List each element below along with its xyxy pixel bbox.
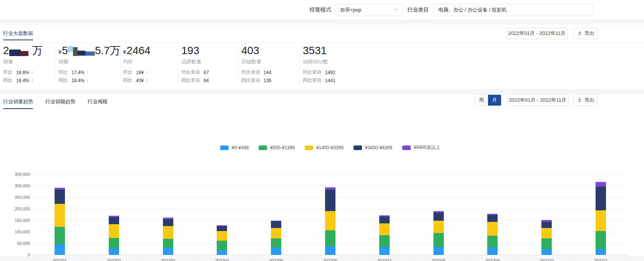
bar-segment xyxy=(325,230,335,246)
bar-segment xyxy=(433,247,444,255)
stat-value-text: ¥ xyxy=(58,48,61,56)
compare-key: 同比变动 xyxy=(303,77,321,84)
period-toggle: 周 月 xyxy=(475,94,501,106)
overview-export-label: 导出 xyxy=(584,30,594,37)
up-arrow-icon: ↑ xyxy=(86,78,89,83)
compare-key: 环比变动 xyxy=(181,69,200,76)
compare-value: 144 xyxy=(264,70,271,75)
stat-label: 均价 xyxy=(123,58,151,65)
compare-key: 同比变动 xyxy=(241,77,260,84)
download-icon xyxy=(577,30,582,36)
y-axis-tick-label: 0 xyxy=(3,253,30,257)
compare-key: 同比 xyxy=(3,77,12,84)
redaction-box xyxy=(85,51,91,56)
compare-key: 同比 xyxy=(58,77,68,84)
trend-tabs: 行业销量趋势行业销额趋势行业规模 xyxy=(3,98,108,109)
compare-key: 环比 xyxy=(123,69,132,76)
trend-tab-0[interactable]: 行业销量趋势 xyxy=(3,98,33,109)
stat-compare-row: 环比变动144 xyxy=(241,68,271,76)
bar-segment xyxy=(163,248,173,255)
bar-segment xyxy=(325,211,335,230)
category-input[interactable]: 电脑、办公 / 办公设备 / 投影机 xyxy=(433,4,593,16)
bar-segment xyxy=(541,238,552,249)
compare-key: 同比 xyxy=(123,77,132,84)
bar-segment xyxy=(163,239,173,248)
dashboard-page: 经营模式 自营+pop 行业类目 电脑、办公 / 办公设备 / 投影机 行业大盘… xyxy=(0,0,644,261)
mode-filter-label: 经营模式 xyxy=(310,7,331,13)
stat-value-text: 3531 xyxy=(303,45,327,56)
x-axis-tick-mark xyxy=(33,255,33,257)
tab-industry-overview[interactable]: 行业大盘数据 xyxy=(3,30,33,40)
stacked-bar-202211 xyxy=(596,182,606,255)
bar-segment xyxy=(217,241,227,250)
overview-date-range-text: 2022年01月 - 2022年11月 xyxy=(508,30,565,37)
period-week-button[interactable]: 周 xyxy=(475,95,488,106)
overview-header: 行业大盘数据 2022年01月 - 2022年11月 导出 xyxy=(0,25,644,43)
x-axis-tick-mark xyxy=(357,255,358,257)
bar-segment xyxy=(325,190,335,211)
trend-tab-2[interactable]: 行业规模 xyxy=(88,98,108,109)
x-axis-line xyxy=(33,255,628,255)
stat-value-text: ¥ xyxy=(123,48,126,56)
bar-segment xyxy=(379,247,390,255)
trend-export-button[interactable]: 导出 xyxy=(574,94,598,106)
redaction-box xyxy=(91,51,95,56)
stat-value: 193 xyxy=(181,45,209,56)
bar-segment xyxy=(596,249,606,255)
stat-value: 403 xyxy=(241,45,271,56)
stat-label: 品牌数量 xyxy=(181,58,209,65)
bar-segment xyxy=(487,236,498,248)
bar-segment xyxy=(55,190,65,204)
bar-segment xyxy=(379,216,390,223)
stat-compare-row: 环比变动67 xyxy=(181,68,209,76)
y-axis-tick-label: 150,000 xyxy=(3,218,30,223)
trend-controls: 周 月 2022年01月 - 2022年11月 导出 xyxy=(475,94,598,106)
download-icon xyxy=(577,97,582,103)
bar-segment xyxy=(596,182,606,187)
overview-date-range-button[interactable]: 2022年01月 - 2022年11月 xyxy=(506,28,568,39)
stat-value-text: 万 xyxy=(32,45,43,56)
x-axis-category-label: 202209 xyxy=(477,258,508,261)
compare-key: 环比变动 xyxy=(303,69,321,76)
stat-compare-row: 同比变动135 xyxy=(241,76,271,84)
compare-value: 16.6% xyxy=(16,70,29,75)
x-axis-tick-mark xyxy=(574,255,574,257)
stat-label: 销额 xyxy=(58,58,121,65)
bar-segment xyxy=(217,226,227,231)
x-axis-category-label: 202204 xyxy=(207,258,237,261)
x-axis-tick-mark xyxy=(303,255,304,257)
x-axis-category-label: 202202 xyxy=(98,258,129,261)
stat-compare-row: 环比18¥↑ xyxy=(123,68,151,76)
bar-segment xyxy=(433,233,444,247)
period-month-button[interactable]: 月 xyxy=(488,95,501,106)
stat-value-text: 5.7万 xyxy=(95,45,121,56)
chevron-down-icon xyxy=(394,7,398,13)
stacked-bar-202206 xyxy=(325,187,335,255)
stat-value: ¥2464 xyxy=(123,45,151,56)
x-axis-category-label: 202207 xyxy=(369,258,400,261)
mode-select[interactable]: 自营+pop xyxy=(336,4,403,16)
overview-controls: 2022年01月 - 2022年11月 导出 xyxy=(506,28,598,39)
compare-value: 1441 xyxy=(325,78,335,83)
x-axis-tick-mark xyxy=(249,255,249,257)
stat-value-text: 193 xyxy=(181,45,199,56)
stat-block: ¥55.7万销额环比17.4%↑同比18.4%↑ xyxy=(58,45,121,84)
stat-label: 动销SKU数 xyxy=(303,58,335,65)
stat-compare-row: 同比变动64 xyxy=(181,76,209,84)
x-axis-tick-mark xyxy=(520,255,520,257)
overview-export-button[interactable]: 导出 xyxy=(574,28,598,39)
up-arrow-icon: ↑ xyxy=(31,69,34,75)
bar-segment xyxy=(109,224,119,238)
mode-select-value: 自营+pop xyxy=(340,7,361,13)
stat-value: ¥55.7万 xyxy=(58,45,121,56)
bar-segment xyxy=(163,226,173,239)
stat-block: 3531动销SKU数环比变动1492同比变动1441 xyxy=(303,45,335,84)
bar-segment xyxy=(271,221,281,228)
trend-date-range-button[interactable]: 2022年01月 - 2022年11月 xyxy=(507,94,568,106)
x-axis-tick-mark xyxy=(628,255,628,257)
stat-rows: 环比变动67同比变动64 xyxy=(181,68,209,84)
compare-value: 135 xyxy=(264,78,271,83)
trend-tab-1[interactable]: 行业销额趋势 xyxy=(45,98,75,109)
bar-segment xyxy=(271,248,281,255)
stacked-bar-202205 xyxy=(271,221,281,255)
